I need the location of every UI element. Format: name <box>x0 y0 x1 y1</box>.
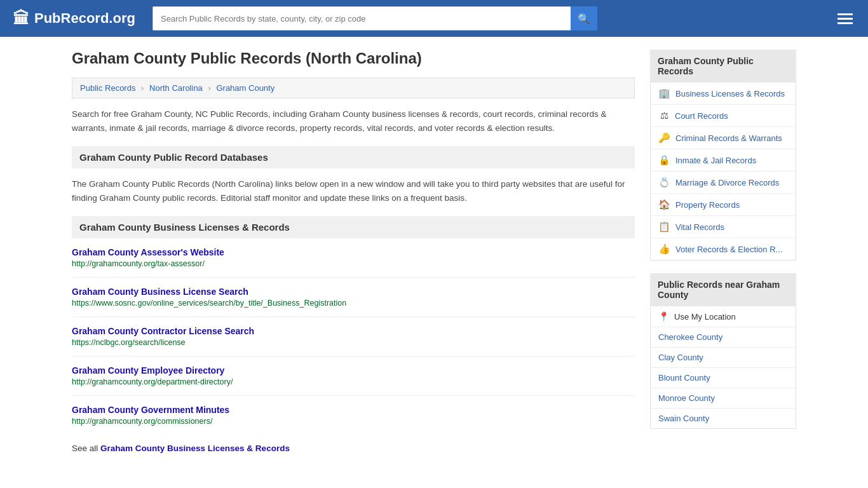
business-links-list: Graham County Assessor's Website http://… <box>72 247 635 435</box>
sidebar-icon-4: 💍 <box>658 177 670 188</box>
business-link-title-1[interactable]: Graham County Business License Search <box>72 287 635 297</box>
sidebar-nearby-item-0[interactable]: 📍 Use My Location <box>651 306 796 327</box>
business-link-title-4[interactable]: Graham County Government Minutes <box>72 405 635 415</box>
hamburger-line-3 <box>837 22 853 24</box>
site-logo[interactable]: 🏛 PubRecord.org <box>13 9 140 29</box>
main-container: Graham County Public Records (North Caro… <box>59 37 809 453</box>
sidebar-nearby-item-5[interactable]: Swain County <box>651 409 796 428</box>
sidebar-nearby-label-4: Monroe County <box>658 393 715 403</box>
sidebar-label-2: Criminal Records & Warrants <box>675 133 782 143</box>
breadcrumb-graham-county[interactable]: Graham County <box>216 83 275 93</box>
sidebar-label-6: Vital Records <box>675 222 724 232</box>
sidebar-main-section: Graham County Public Records 🏢 Business … <box>650 50 796 261</box>
intro-text: Search for free Graham County, NC Public… <box>72 107 635 135</box>
sidebar-label-7: Voter Records & Election R... <box>675 245 782 254</box>
logo-text: PubRecord.org <box>34 10 135 27</box>
sidebar-label-3: Inmate & Jail Records <box>675 156 756 165</box>
sidebar-icon-1: ⚖ <box>658 110 670 121</box>
page-title: Graham County Public Records (North Caro… <box>72 50 635 67</box>
sidebar-icon-0: 🏢 <box>658 88 670 99</box>
sidebar-item-4[interactable]: 💍 Marriage & Divorce Records <box>651 172 796 194</box>
sidebar-nearby-label-2: Clay County <box>658 353 703 362</box>
breadcrumb-public-records[interactable]: Public Records <box>80 83 135 93</box>
hamburger-line-1 <box>837 13 853 15</box>
sidebar-nearby-item-4[interactable]: Monroe County <box>651 388 796 409</box>
business-section-header: Graham County Business Licenses & Record… <box>72 216 635 238</box>
business-link-group-4: Graham County Government Minutes http://… <box>72 405 635 435</box>
breadcrumb-sep-1: › <box>141 83 144 93</box>
sidebar-label-5: Property Records <box>675 200 740 210</box>
site-header: 🏛 PubRecord.org 🔍 <box>0 0 868 37</box>
business-link-url-2[interactable]: https://nclbgc.org/search/license <box>72 338 635 347</box>
sidebar-icon-7: 👍 <box>658 243 670 255</box>
sidebar-nearby-item-1[interactable]: Cherokee County <box>651 327 796 348</box>
breadcrumb-sep-2: › <box>208 83 210 93</box>
business-link-title-3[interactable]: Graham County Employee Directory <box>72 365 635 376</box>
see-all-line: See all Graham County Business Licenses … <box>72 444 635 453</box>
databases-section-desc: The Graham County Public Records (North … <box>72 177 635 205</box>
breadcrumb: Public Records › North Carolina › Graham… <box>72 78 635 98</box>
databases-section-header: Graham County Public Record Databases <box>72 146 635 168</box>
search-input[interactable] <box>153 6 571 30</box>
business-link-url-3[interactable]: http://grahamcounty.org/department-direc… <box>72 377 635 386</box>
business-link-title-2[interactable]: Graham County Contractor License Search <box>72 326 635 336</box>
sidebar-item-6[interactable]: 📋 Vital Records <box>651 216 796 238</box>
business-link-title-0[interactable]: Graham County Assessor's Website <box>72 247 635 257</box>
sidebar-nearby-section: Public Records near Graham County 📍 Use … <box>650 273 796 429</box>
search-button[interactable]: 🔍 <box>571 6 597 30</box>
see-all-text: See all <box>72 444 98 453</box>
hamburger-button[interactable] <box>835 11 855 27</box>
sidebar-icon-5: 🏠 <box>658 199 670 210</box>
sidebar-icon-3: 🔒 <box>658 154 670 166</box>
search-bar: 🔍 <box>153 6 597 30</box>
sidebar-item-2[interactable]: 🔑 Criminal Records & Warrants <box>651 127 796 149</box>
sidebar-main-title: Graham County Public Records <box>650 50 796 83</box>
business-link-group-2: Graham County Contractor License Search … <box>72 326 635 356</box>
sidebar-icon-6: 📋 <box>658 221 670 233</box>
hamburger-line-2 <box>837 18 853 20</box>
sidebar-nearby-title: Public Records near Graham County <box>650 273 796 306</box>
location-icon-0: 📍 <box>658 311 669 322</box>
sidebar-nearby-label-3: Blount County <box>658 373 710 383</box>
business-link-url-1[interactable]: https://www.sosnc.gov/online_services/se… <box>72 299 635 308</box>
building-icon: 🏛 <box>13 9 29 29</box>
sidebar-nearby-label-5: Swain County <box>658 414 709 423</box>
business-link-group-1: Graham County Business License Search ht… <box>72 287 635 317</box>
sidebar: Graham County Public Records 🏢 Business … <box>650 50 796 453</box>
sidebar-nearby-item-3[interactable]: Blount County <box>651 368 796 388</box>
business-link-url-4[interactable]: http://grahamcounty.org/commissioners/ <box>72 417 635 426</box>
sidebar-label-4: Marriage & Divorce Records <box>675 178 779 187</box>
sidebar-nearby-label-1: Cherokee County <box>658 332 722 342</box>
breadcrumb-north-carolina[interactable]: North Carolina <box>149 83 203 93</box>
sidebar-item-1[interactable]: ⚖ Court Records <box>651 105 796 127</box>
content-area: Graham County Public Records (North Caro… <box>72 50 635 453</box>
see-all-link[interactable]: Graham County Business Licenses & Record… <box>100 444 290 453</box>
sidebar-nearby-list: 📍 Use My Location Cherokee CountyClay Co… <box>650 306 796 429</box>
sidebar-main-list: 🏢 Business Licenses & Records ⚖ Court Re… <box>650 83 796 261</box>
sidebar-label-0: Business Licenses & Records <box>675 89 785 98</box>
sidebar-nearby-label-0: Use My Location <box>674 312 736 322</box>
sidebar-label-1: Court Records <box>675 111 728 121</box>
sidebar-item-3[interactable]: 🔒 Inmate & Jail Records <box>651 149 796 172</box>
business-link-group-3: Graham County Employee Directory http://… <box>72 365 635 396</box>
sidebar-nearby-item-2[interactable]: Clay County <box>651 348 796 368</box>
sidebar-item-7[interactable]: 👍 Voter Records & Election R... <box>651 238 796 260</box>
sidebar-item-5[interactable]: 🏠 Property Records <box>651 194 796 216</box>
sidebar-item-0[interactable]: 🏢 Business Licenses & Records <box>651 83 796 105</box>
sidebar-icon-2: 🔑 <box>658 132 670 144</box>
business-link-group-0: Graham County Assessor's Website http://… <box>72 247 635 278</box>
business-link-url-0[interactable]: http://grahamcounty.org/tax-assessor/ <box>72 259 635 268</box>
search-icon: 🔍 <box>578 13 590 25</box>
